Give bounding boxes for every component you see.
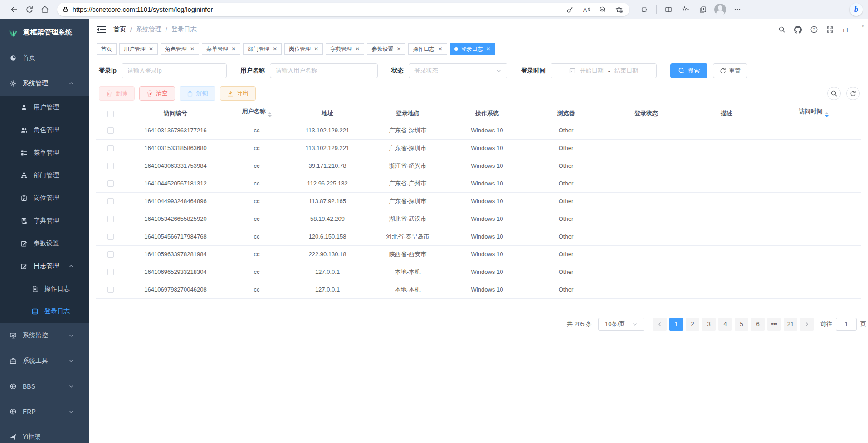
- sidebar-item-user[interactable]: 用户管理: [0, 96, 89, 119]
- search-icon[interactable]: [778, 26, 785, 33]
- sidebar-item-tools[interactable]: 系统工具: [0, 348, 89, 374]
- fullscreen-icon[interactable]: [826, 26, 834, 33]
- login-time-range-picker[interactable]: 开始日期 - 结束日期: [551, 63, 657, 78]
- column-header[interactable]: 访问时间: [766, 105, 861, 122]
- help-icon[interactable]: ?: [810, 26, 818, 33]
- page-3-button[interactable]: 3: [702, 318, 716, 331]
- prev-page-button[interactable]: [653, 318, 667, 331]
- goto-page-input[interactable]: 1: [836, 318, 857, 331]
- close-icon[interactable]: ✕: [438, 46, 442, 52]
- breadcrumb-item[interactable]: 系统管理: [136, 25, 161, 34]
- row-checkbox[interactable]: [107, 216, 114, 222]
- sidebar-item-monitor[interactable]: 系统监控: [0, 323, 89, 348]
- search-circle-button[interactable]: [827, 87, 841, 100]
- close-icon[interactable]: ✕: [355, 46, 360, 52]
- breadcrumb-item[interactable]: 登录日志: [171, 25, 197, 34]
- 清空-button[interactable]: 清空: [139, 86, 175, 101]
- sidebar-item-menu[interactable]: 菜单管理: [0, 141, 89, 164]
- row-checkbox[interactable]: [107, 234, 114, 240]
- tab-部门管理[interactable]: 部门管理✕: [243, 43, 282, 55]
- sidebar-item-home[interactable]: 首页: [0, 45, 89, 71]
- browser-home-button[interactable]: [37, 2, 53, 17]
- login-ip-input[interactable]: 请输入登录Ip: [122, 63, 227, 78]
- page-4-button[interactable]: 4: [718, 318, 732, 331]
- extensions-icon[interactable]: [637, 2, 652, 17]
- address-bar[interactable]: https://ccnetcore.com:1101/system/log/lo…: [57, 3, 629, 16]
- sidebar-item-erp[interactable]: ERP: [0, 399, 89, 424]
- status-select[interactable]: 登录状态: [409, 63, 507, 78]
- login-ip-placeholder: 请输入登录Ip: [127, 67, 162, 75]
- close-icon[interactable]: ✕: [273, 46, 277, 52]
- row-checkbox[interactable]: [107, 127, 114, 134]
- row-checkbox[interactable]: [107, 287, 114, 293]
- copilot-icon[interactable]: b: [850, 3, 863, 16]
- close-icon[interactable]: ✕: [314, 46, 318, 52]
- close-icon[interactable]: ✕: [190, 46, 195, 52]
- next-page-button[interactable]: [800, 318, 814, 331]
- reset-button[interactable]: 重置: [713, 63, 747, 78]
- close-icon[interactable]: ✕: [149, 46, 153, 52]
- close-icon[interactable]: ✕: [396, 46, 401, 52]
- select-all-checkbox[interactable]: [107, 111, 114, 117]
- more-icon[interactable]: [730, 2, 745, 17]
- row-checkbox[interactable]: [107, 198, 114, 204]
- page-21-button[interactable]: 21: [784, 318, 797, 331]
- tab-用户管理[interactable]: 用户管理✕: [119, 43, 158, 55]
- page-5-button[interactable]: 5: [735, 318, 748, 331]
- tab-菜单管理[interactable]: 菜单管理✕: [202, 43, 240, 55]
- tab-首页[interactable]: 首页: [97, 43, 117, 55]
- row-checkbox[interactable]: [107, 251, 114, 258]
- close-icon[interactable]: ✕: [231, 46, 236, 52]
- sidebar-item-yiframe[interactable]: Yi框架: [0, 424, 89, 443]
- sidebar-item-bbs[interactable]: BBS: [0, 374, 89, 399]
- user-name-input[interactable]: 请输入用户名称: [270, 63, 378, 78]
- key-icon[interactable]: [563, 2, 577, 17]
- browser-back-button[interactable]: [6, 2, 22, 17]
- sidebar-item-post[interactable]: 岗位管理: [0, 187, 89, 209]
- search-button[interactable]: 搜索: [670, 63, 707, 78]
- page-size-select[interactable]: 10条/页: [598, 318, 644, 331]
- sidebar-item-param[interactable]: 参数设置: [0, 232, 89, 255]
- favorite-add-icon[interactable]: [612, 2, 626, 17]
- more-pages-button[interactable]: •••: [767, 318, 781, 331]
- tab-参数设置[interactable]: 参数设置✕: [367, 43, 405, 55]
- row-checkbox[interactable]: [107, 269, 114, 275]
- sidebar-item-oplog[interactable]: 操作日志: [0, 277, 89, 300]
- sort-icon[interactable]: [268, 111, 272, 119]
- collections-icon[interactable]: [695, 2, 711, 17]
- row-checkbox[interactable]: [107, 180, 114, 187]
- read-aloud-icon[interactable]: A: [580, 2, 593, 17]
- github-icon[interactable]: [794, 26, 802, 34]
- row-checkbox[interactable]: [107, 163, 114, 169]
- tab-岗位管理[interactable]: 岗位管理✕: [284, 43, 323, 55]
- breadcrumb-separator: /: [130, 26, 132, 33]
- refresh-circle-button[interactable]: [846, 87, 860, 100]
- tab-角色管理[interactable]: 角色管理✕: [161, 43, 199, 55]
- collapse-menu-icon[interactable]: [96, 26, 106, 33]
- column-header[interactable]: 用户名称: [226, 105, 288, 122]
- sidebar-item-loginlog[interactable]: 登录日志: [0, 300, 89, 323]
- browser-reload-button[interactable]: [22, 2, 37, 17]
- favorites-bar-icon[interactable]: [678, 2, 693, 17]
- tab-登录日志[interactable]: 登录日志✕: [450, 43, 495, 55]
- sidebar-item-dept[interactable]: 部门管理: [0, 164, 89, 187]
- zoom-out-icon[interactable]: [596, 2, 610, 17]
- 导出-button[interactable]: 导出: [220, 86, 256, 101]
- page-2-button[interactable]: 2: [686, 318, 699, 331]
- row-checkbox[interactable]: [107, 145, 114, 151]
- profile-icon[interactable]: [712, 2, 728, 17]
- font-size-icon[interactable]: TT: [842, 26, 850, 33]
- page-1-button[interactable]: 1: [669, 318, 683, 331]
- tab-字典管理[interactable]: 字典管理✕: [326, 43, 364, 55]
- sidebar-item-role[interactable]: 角色管理: [0, 119, 89, 141]
- sort-icon[interactable]: [825, 111, 829, 119]
- page-6-button[interactable]: 6: [751, 318, 765, 331]
- url-text[interactable]: https://ccnetcore.com:1101/system/log/lo…: [73, 6, 563, 13]
- split-screen-icon[interactable]: [661, 2, 676, 17]
- tab-操作日志[interactable]: 操作日志✕: [408, 43, 447, 55]
- sidebar-item-system[interactable]: 系统管理: [0, 71, 89, 96]
- breadcrumb-item[interactable]: 首页: [113, 25, 126, 34]
- sidebar-item-dict[interactable]: 字典管理: [0, 209, 89, 232]
- close-icon[interactable]: ✕: [486, 46, 491, 52]
- sidebar-item-log[interactable]: 日志管理: [0, 255, 89, 277]
